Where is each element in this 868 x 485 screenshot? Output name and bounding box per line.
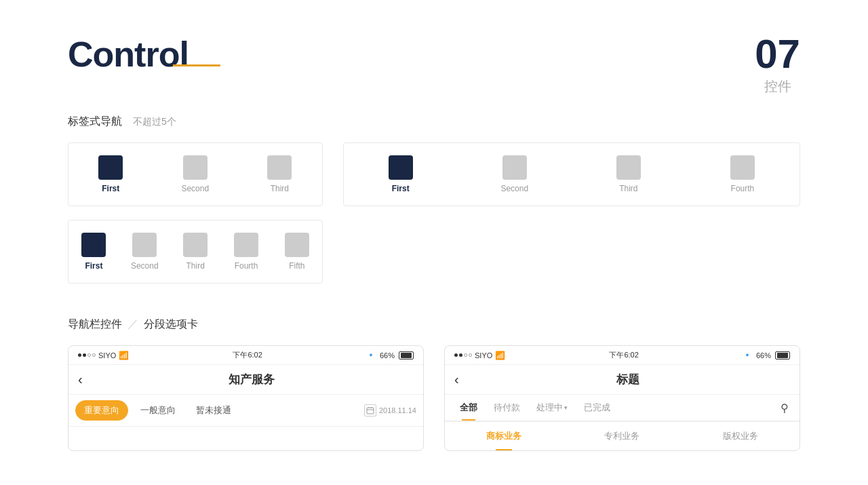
phone2-battery-percent: 66% <box>756 351 771 360</box>
phone2-bottom-tab-trademark[interactable]: 商标业务 <box>445 422 563 450</box>
phone2-back-button[interactable]: ‹ <box>454 372 459 387</box>
header: Control 07 控件 <box>0 0 868 96</box>
tab-label-second-2: Second <box>500 184 528 193</box>
section1-subtitle: 不超过5个 <box>133 116 176 128</box>
logo-area: Control <box>68 34 189 75</box>
phone1-time: 下午6:02 <box>233 350 262 360</box>
phone2-time: 下午6:02 <box>609 350 638 360</box>
phone1-tab-important[interactable]: 重要意向 <box>75 400 128 421</box>
tab-icon-third-1 <box>267 155 292 180</box>
page-number: 07 <box>755 34 800 75</box>
phone2-status-right: 🔹 66% <box>743 351 790 360</box>
phone1-back-button[interactable]: ‹ <box>78 372 83 387</box>
tab-label-fifth-3: Fifth <box>289 261 304 271</box>
section2-header: 导航栏控件 ／ 分段选项卡 <box>0 311 868 345</box>
phone1-signal <box>78 353 96 357</box>
phone1-status-bar: SIYO 📶 下午6:02 🔹 66% <box>68 346 423 365</box>
phone-mockups: SIYO 📶 下午6:02 🔹 66% ‹ 知产服务 重要意向 一般意向 暂未接… <box>0 345 868 451</box>
tab-first-3[interactable]: First <box>68 227 119 276</box>
tab-second-1[interactable]: Second <box>153 150 238 199</box>
tab-icon-fourth-2 <box>730 155 755 180</box>
dot1 <box>78 353 81 357</box>
phone2-card: SIYO 📶 下午6:02 🔹 66% ‹ 标题 全部 待付款 处理中▾ <box>444 345 800 451</box>
tab-fourth-3[interactable]: Fourth <box>221 227 272 276</box>
tab-label-second-3: Second <box>131 261 159 271</box>
phone2-tab-pending[interactable]: 待付款 <box>486 395 528 421</box>
phone1-tab-general[interactable]: 一般意向 <box>132 401 184 420</box>
phone2-status-bar: SIYO 📶 下午6:02 🔹 66% <box>445 346 800 365</box>
phone1-battery-fill <box>401 353 412 358</box>
tab-label-third-1: Third <box>271 184 289 193</box>
phone2-bottom-tab-copyright[interactable]: 版权业务 <box>682 422 800 450</box>
page-label: 控件 <box>755 77 800 96</box>
p2-dot3 <box>464 353 467 357</box>
tab-fifth-3[interactable]: Fifth <box>271 227 322 276</box>
tab-icon-third-3 <box>183 233 208 257</box>
tab-icon-second-1 <box>183 155 208 180</box>
tab-first-1[interactable]: First <box>68 150 153 199</box>
dot4 <box>92 353 96 357</box>
phone2-battery-icon <box>775 351 790 360</box>
section1-header: 标签式导航 不超过5个 <box>0 96 868 142</box>
phone2-tab-processing[interactable]: 处理中▾ <box>528 395 576 421</box>
phone1-status-right: 🔹 66% <box>366 351 414 360</box>
phone2-bluetooth-icon: 🔹 <box>743 351 752 360</box>
tab-group-1: First Second Third <box>68 142 323 206</box>
tab-examples-row2: First Second Third Fourth Fifth <box>0 220 868 284</box>
tab-icon-first-1 <box>98 155 123 180</box>
tab-second-2[interactable]: Second <box>458 150 572 199</box>
page-number-area: 07 控件 <box>755 34 800 96</box>
tab-icon-second-3 <box>132 233 157 257</box>
phone2-search-icon[interactable]: ⚲ <box>776 400 793 416</box>
phone2-battery-fill <box>777 353 788 358</box>
phone2-nav-title: 标题 <box>466 372 790 387</box>
tab-group-3: First Second Third Fourth Fifth <box>68 220 323 284</box>
phone2-wifi-icon: 📶 <box>495 351 505 360</box>
tab-third-1[interactable]: Third <box>237 150 322 199</box>
phone1-bluetooth-icon: 🔹 <box>366 351 376 360</box>
tab-label-second-1: Second <box>181 184 209 193</box>
phone1-tab-missed[interactable]: 暂未接通 <box>188 401 239 420</box>
phone2-bottom-tab-patent[interactable]: 专利业务 <box>563 422 681 450</box>
svg-rect-0 <box>367 408 374 414</box>
tab-icon-third-2 <box>616 155 641 180</box>
tab-icon-first-2 <box>389 155 413 180</box>
tab-third-2[interactable]: Third <box>572 150 686 199</box>
phone2-nav-bar: ‹ 标题 <box>445 365 800 395</box>
section1-title: 标签式导航 <box>68 115 122 129</box>
phone1-calendar-icon[interactable] <box>364 404 376 416</box>
phone2-bottom-tabs: 商标业务 专利业务 版权业务 <box>445 421 800 450</box>
tab-third-3[interactable]: Third <box>170 227 221 276</box>
phone2-signal <box>454 353 472 357</box>
phone2-dropdown-arrow: ▾ <box>564 404 568 411</box>
tab-fourth-2[interactable]: Fourth <box>686 150 800 199</box>
tab-label-fourth-3: Fourth <box>235 261 258 271</box>
tab-label-third-2: Third <box>619 184 637 193</box>
tab-icon-fifth-3 <box>285 233 309 257</box>
phone1-card: SIYO 📶 下午6:02 🔹 66% ‹ 知产服务 重要意向 一般意向 暂未接… <box>68 345 424 451</box>
tab-first-2[interactable]: First <box>344 150 458 199</box>
tab-group-2: First Second Third Fourth <box>343 142 800 206</box>
dot2 <box>83 353 86 357</box>
tab-label-third-3: Third <box>186 261 204 271</box>
phone2-status-left: SIYO 📶 <box>454 351 505 360</box>
section2-subtitle: 分段选项卡 <box>144 317 198 332</box>
phone1-status-left: SIYO 📶 <box>78 351 129 360</box>
phone1-tab-right: 2018.11.14 <box>364 404 416 416</box>
tab-icon-first-3 <box>81 233 106 257</box>
tab-label-first-1: First <box>102 184 119 193</box>
tab-second-3[interactable]: Second <box>119 227 170 276</box>
tab-examples-row1: First Second Third First Second Third Fo… <box>0 142 868 206</box>
section2-title: 导航栏控件 <box>68 317 122 332</box>
tab-label-fourth-2: Fourth <box>731 184 755 193</box>
phone1-battery-percent: 66% <box>380 351 395 360</box>
tab-icon-fourth-3 <box>234 233 258 257</box>
phone2-tab-done[interactable]: 已完成 <box>576 395 618 421</box>
p2-dot2 <box>459 353 462 357</box>
phone1-wifi-icon: 📶 <box>119 351 129 360</box>
phone2-tab-all[interactable]: 全部 <box>452 395 486 421</box>
dot3 <box>87 353 91 357</box>
phone1-date: 2018.11.14 <box>379 406 416 414</box>
phone1-nav-bar: ‹ 知产服务 <box>68 365 423 395</box>
phone2-top-tabs: 全部 待付款 处理中▾ 已完成 ⚲ <box>445 395 800 421</box>
